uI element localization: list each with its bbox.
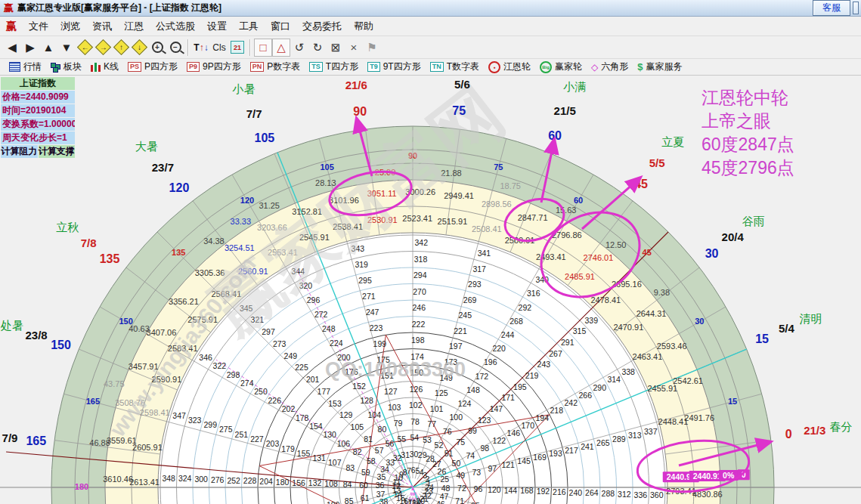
menu-资讯[interactable]: 资讯 <box>86 18 118 35</box>
menu-公式选股[interactable]: 公式选股 <box>150 18 201 35</box>
rotate-ccw-icon[interactable]: ↺ <box>290 39 308 57</box>
wheel-number: 244 <box>501 330 515 339</box>
wheel-number: 240 <box>569 488 583 497</box>
square-tool-icon[interactable]: □ <box>254 39 272 57</box>
wheel-number: 347 <box>172 411 186 420</box>
ribbon-item-gann-wheel[interactable]: ●江恩轮 <box>484 60 535 73</box>
toolbar-separator <box>187 39 189 56</box>
wheel-number: 147 <box>490 404 503 413</box>
ribbon-item-quotes[interactable]: 行情 <box>5 60 46 73</box>
panel-row-3: 周天变化步长=1 <box>1 131 75 144</box>
wheel-number: 265 <box>596 438 610 447</box>
wheel-number: 198 <box>411 335 425 345</box>
up-icon[interactable]: ▲ <box>39 39 57 57</box>
menu-帮助[interactable]: 帮助 <box>348 18 379 35</box>
ribbon-item-9p-square[interactable]: P99P四方形 <box>182 60 246 73</box>
ribbon-item-t-table[interactable]: TNT数字表 <box>426 60 484 73</box>
wheel-number: 222 <box>412 320 426 329</box>
inner-degree-label: 120 <box>240 196 254 205</box>
gann-wheel-icon: ● <box>488 61 500 73</box>
resize-tool-icon[interactable]: × <box>345 39 363 57</box>
wheel-number: 269 <box>463 295 477 305</box>
wheel-number: 29 <box>418 450 427 459</box>
wheel-number: 124 <box>458 399 472 408</box>
wheel-number: 108 <box>324 479 338 488</box>
wheel-number: 288 <box>602 489 615 498</box>
wheel-number: 218 <box>550 406 564 415</box>
button-计算支撑[interactable]: 计算支撑 <box>39 145 76 158</box>
wheel-number: 250 <box>254 387 268 396</box>
rotate-cw-icon[interactable]: ↻ <box>308 39 327 57</box>
zoom-out-icon[interactable]: − <box>166 39 184 57</box>
menu-文件[interactable]: 文件 <box>23 18 54 35</box>
wheel-number: 289 <box>612 434 626 444</box>
wheel-number: 243 <box>537 360 551 369</box>
step-down-icon[interactable]: ↓ <box>130 39 148 57</box>
wheel-number: 267 <box>549 349 562 358</box>
wheel-number: 60 <box>359 481 368 490</box>
ribbon-item-sectors[interactable]: 板块 <box>46 60 86 73</box>
wheel-number: 336 <box>634 490 648 499</box>
solar-term-label: 小满 <box>562 80 586 93</box>
down-icon[interactable]: ▼ <box>57 39 76 57</box>
customer-service-button[interactable]: 客服 <box>813 0 850 16</box>
wheel-number: 322 <box>213 361 227 370</box>
inner-price-label: 2485.91 <box>565 272 595 281</box>
clipped-button[interactable] <box>853 2 859 14</box>
wheel-number: 82 <box>353 447 362 456</box>
outer-degree-label: 30 <box>705 247 719 260</box>
menu-工具[interactable]: 工具 <box>233 18 265 35</box>
forward-icon[interactable]: ▶ <box>21 39 39 57</box>
ribbon-item-hexagon[interactable]: ◇六角形 <box>587 60 633 73</box>
zoom-in-icon[interactable]: + <box>148 39 166 57</box>
panel-row-2: 变换系数=1.00000 <box>1 118 75 131</box>
ribbon-item-winner-wheel[interactable]: Big赢家轮 <box>535 60 587 73</box>
annotation-line: 60度2847点 <box>701 133 794 156</box>
wheel-number: 96 <box>474 484 483 493</box>
kline-label: K线 <box>104 60 119 73</box>
ribbon-item-p-square[interactable]: PSP四方形 <box>123 60 182 73</box>
t-updown-icon[interactable]: T↑↓ <box>192 39 210 57</box>
ribbon-item-p-table[interactable]: PNP数字表 <box>246 60 305 73</box>
ribbon-item-kline[interactable]: K线 <box>86 60 123 73</box>
hexagon-label: 六角形 <box>601 60 628 73</box>
wheel-number: 227 <box>250 434 264 444</box>
triangle-tool-icon[interactable]: △ <box>272 39 290 57</box>
date-label: 20/4 <box>722 230 745 243</box>
wheel-number: 341 <box>478 249 491 258</box>
ribbon-item-service[interactable]: $赢家服务 <box>633 60 686 73</box>
ribbon-item-9t-square[interactable]: T99T四方形 <box>363 60 426 73</box>
wheel-number: 156 <box>292 478 305 487</box>
wheel-number: 100 <box>449 413 463 422</box>
flag-tool-icon[interactable]: ⚑ <box>363 39 381 57</box>
wheel-number: 95 <box>471 501 480 504</box>
wheel-number: 247 <box>366 308 379 317</box>
wheel-number: 275 <box>219 425 233 434</box>
ribbon-item-t-square[interactable]: TST四方形 <box>305 60 363 73</box>
step-up-icon[interactable]: ↑ <box>112 39 130 57</box>
wheel-number: 148 <box>466 385 480 394</box>
menu-窗口[interactable]: 窗口 <box>265 18 296 35</box>
outer-degree-label: 165 <box>26 434 46 447</box>
wheel-number: 85 <box>345 496 354 504</box>
wheel-number: 202 <box>282 404 296 413</box>
button-计算阻力[interactable]: 计算阻力 <box>1 145 38 158</box>
calendar-icon[interactable]: 21 <box>228 39 246 57</box>
back-icon[interactable]: ◀ <box>3 39 21 57</box>
wheel-number: 298 <box>227 370 240 379</box>
menu-江恩[interactable]: 江恩 <box>118 18 150 35</box>
menu-浏览[interactable]: 浏览 <box>54 18 86 35</box>
cls-button[interactable]: Cls <box>210 39 228 57</box>
winner-wheel-icon: Big <box>540 61 552 73</box>
inner-price-label: 2508.41 <box>472 224 502 233</box>
crossbox-tool-icon[interactable]: ⊠ <box>327 39 345 57</box>
inner-price-label: 2463.41 <box>633 352 663 361</box>
step-right-icon[interactable]: → <box>94 39 112 57</box>
wheel-number: 120 <box>488 485 501 494</box>
wheel-number: 126 <box>410 385 423 394</box>
menu-交易委托[interactable]: 交易委托 <box>296 18 348 35</box>
step-left-icon[interactable]: ← <box>76 39 94 57</box>
wheel-number: 180 <box>276 478 290 487</box>
wheel-number: 348 <box>162 474 175 483</box>
menu-设置[interactable]: 设置 <box>201 18 233 35</box>
